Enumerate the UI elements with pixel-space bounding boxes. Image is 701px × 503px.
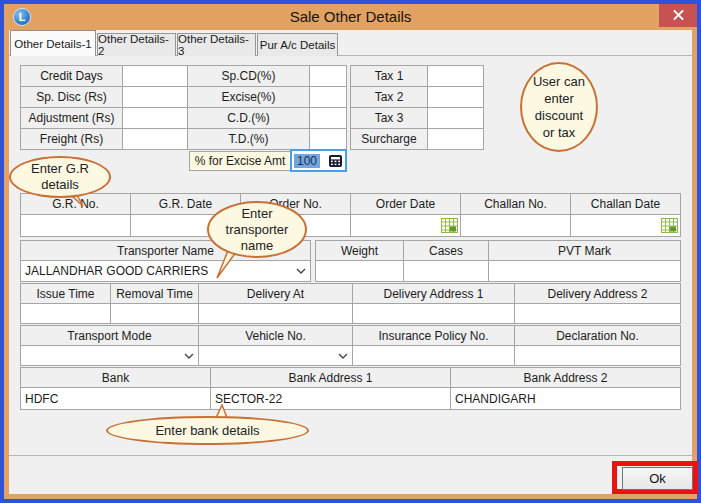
gr-no-field[interactable] xyxy=(20,214,131,237)
credit-days-label: Credit Days xyxy=(20,65,123,87)
cases-header: Cases xyxy=(403,240,489,261)
footer-separator xyxy=(9,455,692,456)
delivery-at-field[interactable] xyxy=(198,303,353,324)
challan-date-header: Challan Date xyxy=(570,193,681,215)
tab-other-details-2[interactable]: Other Details-2 xyxy=(97,33,176,56)
surcharge-field[interactable] xyxy=(427,128,484,150)
excise-pct-label: Excise(%) xyxy=(187,86,310,108)
weight-field[interactable] xyxy=(315,260,404,282)
td-label: T.D.(%) xyxy=(187,128,310,150)
transporter-name-value: JALLANDHAR GOOD CARRIERS xyxy=(25,264,208,278)
issue-time-field[interactable] xyxy=(20,303,111,324)
tab-other-details-1[interactable]: Other Details-1 xyxy=(10,30,96,56)
vehicle-no-header: Vehicle No. xyxy=(198,325,353,346)
bank-address1-field[interactable]: SECTOR-22 xyxy=(210,387,451,410)
tab-other-details-3[interactable]: Other Details-3 xyxy=(177,33,256,56)
bank-field[interactable]: HDFC xyxy=(20,387,211,410)
sale-other-details-dialog: Sale Other Details L Other Details-1 Oth… xyxy=(0,0,701,503)
sp-disc-label: Sp. Disc (Rs) xyxy=(20,86,123,108)
weight-header: Weight xyxy=(315,240,404,261)
cd-label: C.D.(%) xyxy=(187,107,310,129)
app-logo-icon: L xyxy=(13,8,31,26)
insurance-policy-field[interactable] xyxy=(352,345,515,366)
bank-address2-header: Bank Address 2 xyxy=(450,367,681,388)
challan-no-header: Challan No. xyxy=(460,193,571,215)
td-field[interactable] xyxy=(309,128,347,150)
delivery-address2-field[interactable] xyxy=(514,303,681,324)
calendar-icon xyxy=(661,218,678,233)
callout-discount-tax: User can enter discount or tax xyxy=(520,62,598,152)
challan-date-field[interactable] xyxy=(570,214,681,237)
excise-amt-field[interactable]: 100 xyxy=(294,154,320,168)
calendar-icon xyxy=(441,218,458,233)
removal-time-header: Removal Time xyxy=(110,283,199,304)
excise-pct-field[interactable] xyxy=(309,86,347,108)
bank-address2-field[interactable]: CHANDIGARH xyxy=(450,387,681,410)
callout-transporter-name: Enter transporter name xyxy=(207,201,307,258)
excise-amt-group: 100 xyxy=(290,149,347,172)
chevron-down-icon xyxy=(338,353,348,359)
freight-label: Freight (Rs) xyxy=(20,128,123,150)
transporter-name-select[interactable]: JALLANDHAR GOOD CARRIERS xyxy=(20,260,311,282)
surcharge-label: Surcharge xyxy=(350,128,428,150)
tax1-label: Tax 1 xyxy=(350,65,428,87)
dialog-content: Other Details-1 Other Details-2 Other De… xyxy=(9,30,692,494)
order-date-field[interactable] xyxy=(350,214,461,237)
chevron-down-icon xyxy=(184,353,194,359)
adjustment-label: Adjustment (Rs) xyxy=(20,107,123,129)
pvt-mark-header: PVT Mark xyxy=(488,240,681,261)
order-date-header: Order Date xyxy=(350,193,461,215)
chevron-down-icon xyxy=(296,268,306,274)
insurance-policy-header: Insurance Policy No. xyxy=(352,325,515,346)
adjustment-field[interactable] xyxy=(122,107,188,129)
pvt-mark-field[interactable] xyxy=(488,260,681,282)
transport-mode-header: Transport Mode xyxy=(20,325,199,346)
delivery-at-header: Delivery At xyxy=(198,283,353,304)
cases-field[interactable] xyxy=(403,260,489,282)
calculator-icon[interactable] xyxy=(327,153,344,168)
callout-bank-details: Enter bank details xyxy=(106,416,309,445)
delivery-address1-header: Delivery Address 1 xyxy=(352,283,515,304)
challan-no-field[interactable] xyxy=(460,214,571,237)
tab-pur-ac-details[interactable]: Pur A/c Details xyxy=(257,33,338,56)
vehicle-no-select[interactable] xyxy=(198,345,353,366)
close-button[interactable] xyxy=(659,4,697,27)
tax2-label: Tax 2 xyxy=(350,86,428,108)
sp-disc-field[interactable] xyxy=(122,86,188,108)
ok-button[interactable]: Ok xyxy=(622,467,693,490)
delivery-address2-header: Delivery Address 2 xyxy=(514,283,681,304)
delivery-address1-field[interactable] xyxy=(352,303,515,324)
tax2-field[interactable] xyxy=(427,86,484,108)
titlebar: Sale Other Details L xyxy=(4,4,697,30)
bank-header: Bank xyxy=(20,367,211,388)
tax1-field[interactable] xyxy=(427,65,484,87)
transport-mode-select[interactable] xyxy=(20,345,199,366)
dialog-title: Sale Other Details xyxy=(4,4,697,30)
callout-gr-details: Enter G.R details xyxy=(9,156,111,198)
freight-field[interactable] xyxy=(122,128,188,150)
cd-field[interactable] xyxy=(309,107,347,129)
declaration-no-field[interactable] xyxy=(514,345,681,366)
excise-amt-label: % for Excise Amt xyxy=(189,151,291,171)
sp-cd-label: Sp.CD(%) xyxy=(187,65,310,87)
tax3-field[interactable] xyxy=(427,107,484,129)
declaration-no-header: Declaration No. xyxy=(514,325,681,346)
tax3-label: Tax 3 xyxy=(350,107,428,129)
credit-days-field[interactable] xyxy=(122,65,188,87)
sp-cd-field[interactable] xyxy=(309,65,347,87)
removal-time-field[interactable] xyxy=(110,303,199,324)
issue-time-header: Issue Time xyxy=(20,283,111,304)
bank-address1-header: Bank Address 1 xyxy=(210,367,451,388)
